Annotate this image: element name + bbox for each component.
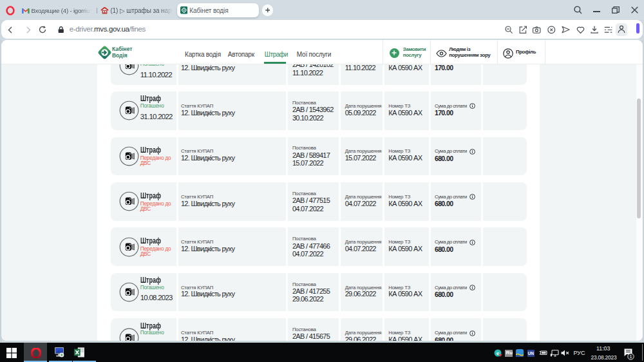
svg-text:e: e [496, 350, 499, 356]
svg-text:1: 1 [629, 354, 632, 359]
